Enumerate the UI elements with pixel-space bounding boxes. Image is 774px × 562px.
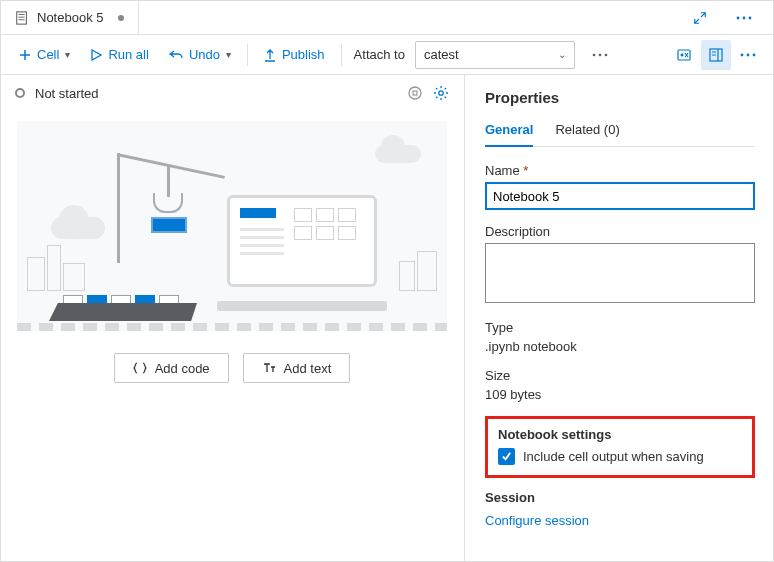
chevron-down-icon: ⌄ (558, 49, 566, 60)
divider (341, 44, 342, 66)
add-text-label: Add text (284, 361, 332, 376)
cell-label: Cell (37, 47, 59, 62)
text-icon (262, 362, 276, 374)
svg-point-16 (741, 53, 744, 56)
type-label: Type (485, 320, 755, 335)
attach-value: catest (424, 47, 459, 62)
publish-label: Publish (282, 47, 325, 62)
publish-button[interactable]: Publish (256, 41, 333, 69)
svg-rect-10 (678, 50, 690, 60)
status-indicator-icon (15, 88, 25, 98)
add-cell-button[interactable]: Cell ▾ (11, 41, 78, 69)
panel-more-icon[interactable] (733, 40, 763, 70)
attach-to-select[interactable]: catest ⌄ (415, 41, 575, 69)
empty-state-illustration (17, 121, 447, 331)
include-output-label: Include cell output when saving (523, 449, 704, 464)
status-text: Not started (35, 86, 99, 101)
tab-general[interactable]: General (485, 122, 533, 147)
type-value: .ipynb notebook (485, 339, 755, 354)
svg-point-8 (599, 53, 602, 56)
divider (247, 44, 248, 66)
size-value: 109 bytes (485, 387, 755, 402)
name-label: Name * (485, 163, 755, 178)
braces-icon (133, 362, 147, 374)
add-text-button[interactable]: Add text (243, 353, 351, 383)
tab-related[interactable]: Related (0) (555, 122, 619, 146)
svg-point-19 (409, 87, 421, 99)
notebook-tab[interactable]: Notebook 5 (1, 1, 139, 35)
svg-point-4 (737, 16, 740, 19)
svg-point-5 (743, 16, 746, 19)
svg-point-6 (749, 16, 752, 19)
undo-button[interactable]: Undo ▾ (161, 41, 239, 69)
undo-label: Undo (189, 47, 220, 62)
size-label: Size (485, 368, 755, 383)
run-all-label: Run all (108, 47, 148, 62)
properties-panel-icon[interactable] (701, 40, 731, 70)
session-head: Session (485, 490, 755, 505)
unsaved-indicator-icon (118, 15, 124, 21)
attach-to-label: Attach to (354, 47, 405, 62)
svg-rect-0 (17, 11, 27, 23)
notebook-settings-head: Notebook settings (498, 427, 742, 442)
tab-title: Notebook 5 (37, 10, 104, 25)
expand-icon[interactable] (685, 3, 715, 33)
add-code-button[interactable]: Add code (114, 353, 229, 383)
svg-point-9 (605, 53, 608, 56)
toolbar-more-icon[interactable] (585, 40, 615, 70)
svg-point-21 (439, 91, 443, 95)
chevron-down-icon: ▾ (65, 49, 70, 60)
name-input[interactable] (485, 182, 755, 210)
tab-more-icon[interactable] (729, 3, 759, 33)
configure-session-link[interactable]: Configure session (485, 513, 589, 528)
chevron-down-icon: ▾ (226, 49, 231, 60)
svg-rect-20 (413, 91, 417, 95)
variables-icon[interactable] (669, 40, 699, 70)
run-all-button[interactable]: Run all (82, 41, 156, 69)
notebook-settings-highlight: Notebook settings Include cell output wh… (485, 416, 755, 478)
svg-point-17 (747, 53, 750, 56)
svg-point-11 (681, 53, 684, 56)
include-output-checkbox[interactable] (498, 448, 515, 465)
notebook-icon (15, 11, 29, 25)
add-code-label: Add code (155, 361, 210, 376)
description-textarea[interactable] (485, 243, 755, 303)
svg-point-7 (593, 53, 596, 56)
properties-title: Properties (485, 89, 755, 106)
outline-icon[interactable] (407, 85, 423, 101)
description-label: Description (485, 224, 755, 239)
svg-point-18 (753, 53, 756, 56)
settings-gear-icon[interactable] (433, 85, 449, 101)
